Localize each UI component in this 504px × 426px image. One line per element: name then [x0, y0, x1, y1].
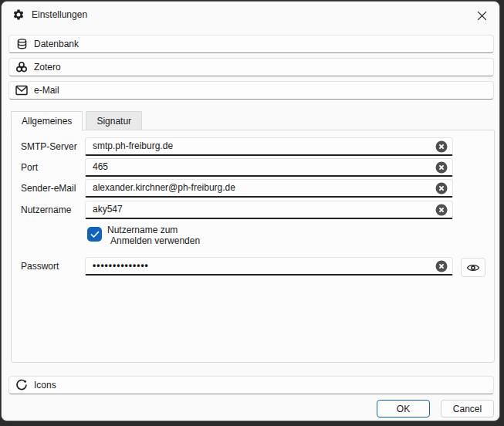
- clear-x-icon: [435, 182, 448, 194]
- clear-x-icon: [435, 161, 448, 174]
- database-icon: [15, 38, 28, 50]
- eye-icon: [466, 263, 480, 272]
- sender-email-textbox: [85, 179, 453, 198]
- section-label: Zotero: [34, 62, 61, 73]
- clear-field-button[interactable]: [435, 204, 448, 216]
- port-input[interactable]: [86, 159, 452, 175]
- gear-icon: [12, 8, 25, 21]
- clear-field-button[interactable]: [435, 161, 448, 174]
- username-label: Nutzername: [21, 205, 71, 215]
- checkbox-checked[interactable]: [87, 227, 102, 242]
- refresh-icon: [15, 379, 28, 391]
- tab-allgemeines[interactable]: Allgemeines: [11, 111, 83, 131]
- port-row: Port: [12, 158, 494, 177]
- clear-field-button[interactable]: [435, 182, 448, 194]
- tab-signatur[interactable]: Signatur: [86, 111, 142, 130]
- checkmark-icon: [90, 231, 100, 238]
- smtp-server-row: SMTP-Server: [12, 137, 494, 156]
- reveal-password-button[interactable]: [461, 258, 485, 277]
- cancel-button[interactable]: Cancel: [441, 400, 494, 418]
- port-label: Port: [21, 162, 38, 173]
- smtp-server-label: SMTP-Server: [21, 141, 77, 152]
- checkbox-label-line1: Nutzername zum: [107, 225, 200, 235]
- username-row: Nutzername: [12, 201, 494, 219]
- smtp-server-input[interactable]: [86, 138, 452, 154]
- section-header-zotero[interactable]: Zotero: [8, 58, 494, 76]
- ok-button-label: OK: [397, 404, 410, 414]
- username-input[interactable]: [86, 201, 452, 218]
- clear-x-icon: [435, 140, 448, 153]
- clear-x-icon: [435, 204, 448, 216]
- section-label: Icons: [34, 380, 56, 390]
- close-button[interactable]: [472, 6, 492, 25]
- zotero-icon: [15, 61, 28, 73]
- password-textbox: [85, 257, 453, 276]
- smtp-server-textbox: [85, 137, 453, 156]
- port-textbox: [85, 158, 453, 177]
- section-header-datenbank[interactable]: Datenbank: [8, 35, 494, 53]
- section-label: Datenbank: [34, 39, 79, 49]
- section-label: e-Mail: [34, 85, 59, 96]
- username-textbox: [85, 201, 453, 219]
- sender-email-input[interactable]: [86, 180, 452, 196]
- section-header-icons[interactable]: Icons: [8, 376, 494, 394]
- clear-field-button[interactable]: [435, 260, 448, 272]
- email-panel: SMTP-Server Port Sender-eMail: [11, 130, 495, 363]
- mail-icon: [15, 84, 28, 96]
- sender-email-label: Sender-eMail: [21, 183, 76, 194]
- email-tabstrip: Allgemeines Signatur: [11, 111, 142, 130]
- cancel-button-label: Cancel: [453, 404, 482, 414]
- use-username-checkbox-row[interactable]: Nutzername zum Anmelden verwenden: [87, 225, 200, 246]
- password-row: Passwort: [12, 257, 494, 276]
- clear-field-button[interactable]: [435, 140, 448, 153]
- tab-label: Allgemeines: [22, 116, 72, 127]
- ok-button[interactable]: OK: [377, 400, 430, 418]
- clear-x-icon: [435, 260, 448, 272]
- password-input[interactable]: [86, 258, 452, 274]
- title-bar: Einstellungen: [2, 2, 499, 28]
- checkbox-label-line2: Anmelden verwenden: [107, 235, 200, 246]
- settings-dialog: Einstellungen Datenbank Zotero e-Mail Al…: [1, 1, 500, 421]
- tab-label: Signatur: [96, 116, 131, 127]
- password-label: Passwort: [21, 261, 59, 272]
- sender-email-row: Sender-eMail: [12, 179, 494, 198]
- checkbox-label: Nutzername zum Anmelden verwenden: [107, 225, 200, 246]
- close-icon: [477, 11, 487, 21]
- section-header-email[interactable]: e-Mail: [8, 81, 494, 100]
- window-title: Einstellungen: [32, 9, 87, 20]
